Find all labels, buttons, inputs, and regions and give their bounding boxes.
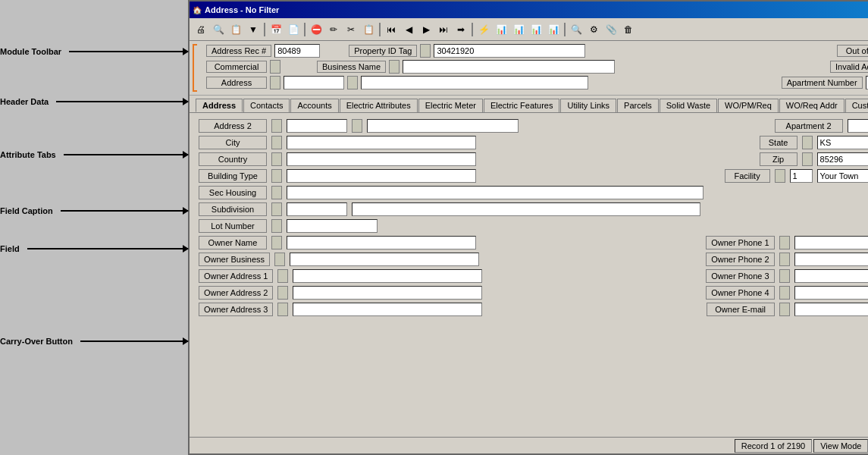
country-carry[interactable] xyxy=(271,152,282,166)
country-input[interactable] xyxy=(287,152,476,166)
apartment-number-btn[interactable]: Apartment Number xyxy=(782,77,863,89)
tab-wo-pm-req[interactable]: WO/PM/Req xyxy=(718,99,779,112)
address-rec-input[interactable] xyxy=(274,44,320,58)
toolbar-paste-btn[interactable]: 📋 xyxy=(360,21,377,38)
facility-carry[interactable] xyxy=(775,169,785,183)
subdivision-name-input[interactable] xyxy=(352,202,700,216)
property-id-input[interactable] xyxy=(434,44,585,58)
owner-phone3-input[interactable] xyxy=(794,269,868,283)
tab-utility-links[interactable]: Utility Links xyxy=(560,99,616,112)
header-row-2: Commercial Business Name Invalid Address xyxy=(206,60,868,74)
toolbar-chart1-btn[interactable]: 📊 xyxy=(493,21,509,38)
subdivision-row: Subdivision xyxy=(199,202,868,216)
zip-input[interactable] xyxy=(817,152,868,166)
tab-contacts[interactable]: Contacts xyxy=(243,99,290,112)
building-type-carry[interactable] xyxy=(271,169,282,183)
tab-accounts[interactable]: Accounts xyxy=(290,99,338,112)
toolbar-zoom-btn[interactable]: 🔍 xyxy=(568,21,584,38)
owner-phone2-carry[interactable] xyxy=(779,253,790,266)
owner-address1-input[interactable] xyxy=(293,269,482,283)
toolbar-prev-btn[interactable]: ◀ xyxy=(400,21,417,38)
address-carry[interactable] xyxy=(270,76,280,89)
address-street-input[interactable] xyxy=(361,76,588,89)
toolbar-chart3-btn[interactable]: 📊 xyxy=(528,21,544,38)
tab-electric-features[interactable]: Electric Features xyxy=(484,99,560,112)
business-name-input[interactable] xyxy=(403,60,615,74)
status-bar: Record 1 of 2190 View Mode Ready... xyxy=(190,437,868,453)
address2-carry[interactable] xyxy=(271,119,282,133)
toolbar-delete-btn[interactable]: 🗑 xyxy=(620,21,637,38)
apartment-number-input[interactable] xyxy=(866,76,868,89)
toolbar-cut-btn[interactable]: ✂ xyxy=(343,21,359,38)
address2-num-input[interactable] xyxy=(287,119,347,133)
toolbar-stop-btn[interactable]: ⛔ xyxy=(308,21,324,38)
toolbar-calendar-btn[interactable]: 📅 xyxy=(268,21,284,38)
sec-housing-carry[interactable] xyxy=(271,186,282,199)
toolbar-edit-btn[interactable]: ✏ xyxy=(325,21,342,38)
toolbar-lightning-btn[interactable]: ⚡ xyxy=(475,21,492,38)
tab-solid-waste[interactable]: Solid Waste xyxy=(660,99,717,112)
tab-wo-req-addr[interactable]: WO/Req Addr xyxy=(779,99,844,112)
owner-address1-carry[interactable] xyxy=(277,269,288,283)
zip-carry[interactable] xyxy=(802,152,813,166)
toolbar-go-btn[interactable]: ➡ xyxy=(453,21,469,38)
tab-electric-meter[interactable]: Electric Meter xyxy=(418,99,483,112)
subdivision-carry[interactable] xyxy=(271,202,282,216)
state-input[interactable]: KS xyxy=(817,136,868,149)
property-id-carry[interactable] xyxy=(420,44,431,58)
toolbar-gear-btn[interactable]: ⚙ xyxy=(585,21,602,38)
owner-address3-input[interactable] xyxy=(293,303,482,316)
toolbar-search-btn[interactable]: 🔍 xyxy=(210,21,227,38)
lot-number-input[interactable] xyxy=(287,219,378,233)
toolbar-filter-btn[interactable]: ▼ xyxy=(245,21,262,38)
toolbar-print-btn[interactable]: 🖨 xyxy=(193,21,209,38)
owner-phone4-label: Owner Phone 4 xyxy=(706,286,774,300)
business-name-carry[interactable] xyxy=(389,60,400,74)
tab-parcels[interactable]: Parcels xyxy=(617,99,659,112)
city-input[interactable] xyxy=(287,136,476,149)
building-type-input[interactable] xyxy=(287,169,476,183)
owner-phone1-carry[interactable] xyxy=(779,236,790,249)
facility-name-input[interactable] xyxy=(817,169,868,183)
toolbar-chart4-btn[interactable]: 📊 xyxy=(545,21,562,38)
apartment2-input[interactable] xyxy=(848,119,868,133)
owner-address3-carry[interactable] xyxy=(277,303,288,316)
owner-email-input[interactable] xyxy=(794,303,868,316)
address2-row: Address 2 Apartment 2 xyxy=(199,119,868,133)
toolbar-next-btn[interactable]: ▶ xyxy=(418,21,434,38)
owner-business-input[interactable] xyxy=(290,253,479,266)
owner-addr1-row: Owner Address 1 Owner Phone 3 xyxy=(199,269,868,283)
toolbar-copy-btn[interactable]: 📋 xyxy=(227,21,244,38)
toolbar-last-btn[interactable]: ⏭ xyxy=(435,21,452,38)
tab-custom[interactable]: Custom xyxy=(845,99,868,112)
address2-street-input[interactable] xyxy=(367,119,519,133)
owner-address2-carry[interactable] xyxy=(277,286,288,300)
address-num-input[interactable] xyxy=(284,76,344,89)
toolbar-doc-btn[interactable]: 📄 xyxy=(285,21,302,38)
toolbar-chart2-btn[interactable]: 📊 xyxy=(510,21,527,38)
owner-name-input[interactable] xyxy=(287,236,476,249)
lot-number-carry[interactable] xyxy=(271,219,282,233)
commercial-carry[interactable] xyxy=(270,60,280,74)
toolbar-attach-btn[interactable]: 📎 xyxy=(603,21,619,38)
owner-business-carry[interactable] xyxy=(274,253,285,266)
address2-carry2[interactable] xyxy=(352,119,362,133)
owner-phone4-input[interactable] xyxy=(794,286,868,300)
owner-phone1-input[interactable] xyxy=(794,236,868,249)
city-carry[interactable] xyxy=(271,136,282,149)
owner-phone4-carry[interactable] xyxy=(779,286,790,300)
apartment2-btn[interactable]: Apartment 2 xyxy=(775,119,843,133)
sec-housing-input[interactable] xyxy=(287,186,703,199)
tab-address[interactable]: Address xyxy=(196,99,243,112)
owner-address2-input[interactable] xyxy=(293,286,482,300)
owner-email-carry[interactable] xyxy=(779,303,790,316)
state-carry[interactable] xyxy=(802,136,813,149)
facility-num-input[interactable] xyxy=(790,169,813,183)
address-carry2[interactable] xyxy=(347,76,358,89)
owner-phone2-input[interactable] xyxy=(794,253,868,266)
tab-electric-attributes[interactable]: Electric Attributes xyxy=(340,99,418,112)
owner-name-carry[interactable] xyxy=(271,236,282,249)
toolbar-first-btn[interactable]: ⏮ xyxy=(383,21,400,38)
subdivision-input[interactable] xyxy=(287,202,347,216)
owner-phone3-carry[interactable] xyxy=(779,269,790,283)
